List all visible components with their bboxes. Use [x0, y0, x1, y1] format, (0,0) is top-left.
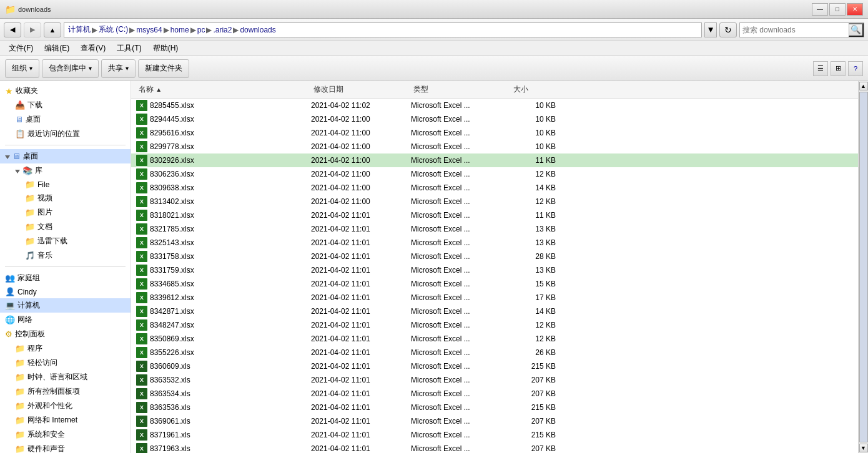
new-folder-button[interactable]: 新建文件夹 [138, 59, 189, 78]
sidebar-item-desktop-fav[interactable]: 🖥 桌面 [0, 112, 131, 127]
excel-icon: X [136, 278, 147, 290]
sidebar-item-programs[interactable]: 📁 程序 [0, 341, 131, 356]
sidebar-desktop-section: 🖥 桌面 📚 库 📁 File 📁 视频 📁 图片 [0, 147, 131, 265]
table-row[interactable]: X 8302926.xlsx 2021-04-02 11:00 Microsof… [131, 153, 858, 167]
col-header-date[interactable]: 修改日期 [311, 82, 411, 97]
sidebar-item-appearance[interactable]: 📁 外观和个性化 [0, 399, 131, 413]
include-library-button[interactable]: 包含到库中 ▾ [42, 59, 99, 78]
help-button[interactable]: ? [848, 61, 863, 76]
col-header-name[interactable]: 名称 ▲ [136, 82, 311, 97]
search-input[interactable] [740, 26, 849, 34]
file-type: Microsoft Excel ... [411, 252, 511, 261]
scroll-thumb[interactable] [859, 92, 868, 442]
close-button[interactable]: ✕ [847, 3, 863, 16]
table-row[interactable]: X 8371961.xls 2021-04-02 11:01 Microsoft… [131, 428, 858, 442]
forward-button[interactable]: ▶ [24, 22, 41, 37]
up-button[interactable]: ▲ [44, 22, 61, 37]
table-row[interactable]: X 8371963.xls 2021-04-02 11:01 Microsoft… [131, 442, 858, 453]
sidebar-item-computer[interactable]: 💻 计算机 [0, 298, 131, 313]
sidebar-item-cindy[interactable]: 👤 Cindy [0, 285, 131, 298]
table-row[interactable]: X 8360609.xls 2021-04-02 11:01 Microsoft… [131, 359, 858, 373]
organize-button[interactable]: 组织 ▾ [5, 59, 39, 78]
table-row[interactable]: X 8321785.xlsx 2021-04-02 11:01 Microsof… [131, 222, 858, 236]
address-part-c[interactable]: 系统 (C:) [99, 24, 128, 35]
triangle-right-icon [15, 167, 20, 175]
sidebar-item-documents[interactable]: 📁 文档 [0, 220, 131, 234]
menu-view[interactable]: 查看(V) [76, 42, 111, 55]
table-row[interactable]: X 8355226.xlsx 2021-04-02 11:01 Microsof… [131, 346, 858, 359]
table-row[interactable]: X 8313402.xlsx 2021-04-02 11:00 Microsof… [131, 195, 858, 208]
table-row[interactable]: X 8294445.xlsx 2021-04-02 11:00 Microsof… [131, 112, 858, 126]
table-row[interactable]: X 8342871.xlsx 2021-04-02 11:01 Microsof… [131, 304, 858, 318]
table-row[interactable]: X 8350869.xlsx 2021-04-02 11:01 Microsof… [131, 332, 858, 346]
col-header-size[interactable]: 大小 [511, 82, 561, 97]
sidebar-item-desktop[interactable]: 🖥 桌面 [0, 149, 131, 163]
table-row[interactable]: X 8363536.xls 2021-04-02 11:01 Microsoft… [131, 401, 858, 414]
address-field[interactable]: 计算机 ▶ 系统 (C:) ▶ msys64 ▶ home ▶ pc ▶ .ar… [64, 22, 702, 37]
table-row[interactable]: X 8348247.xlsx 2021-04-02 11:01 Microsof… [131, 318, 858, 332]
maximize-button[interactable]: □ [829, 3, 846, 16]
sidebar-item-recent[interactable]: 📋 最近访问的位置 [0, 127, 131, 141]
table-row[interactable]: X 8363532.xls 2021-04-02 11:01 Microsoft… [131, 373, 858, 387]
sidebar-item-accessibility[interactable]: 📁 轻松访问 [0, 356, 131, 370]
sidebar-file-label: File [37, 180, 126, 189]
sidebar-item-library[interactable]: 📚 库 [0, 163, 131, 178]
sidebar-item-system-security[interactable]: 📁 系统和安全 [0, 427, 131, 442]
sidebar-item-file[interactable]: 📁 File [0, 178, 131, 191]
sidebar-item-control-panel[interactable]: ⚙ 控制面板 [0, 327, 131, 341]
minimize-button[interactable]: — [812, 3, 828, 16]
sidebar-xunlei-label: 迅雷下载 [37, 236, 126, 246]
file-date: 2021-04-02 11:00 [311, 156, 411, 165]
sidebar-item-hardware[interactable]: 📁 硬件和声音 [0, 442, 131, 453]
table-row[interactable]: X 8306236.xlsx 2021-04-02 11:00 Microsof… [131, 167, 858, 181]
scroll-up-button[interactable]: ▲ [859, 82, 868, 90]
table-row[interactable]: X 8295616.xlsx 2021-04-02 11:00 Microsof… [131, 126, 858, 140]
table-row[interactable]: X 8285455.xlsx 2021-04-02 11:02 Microsof… [131, 99, 858, 112]
menu-tools[interactable]: 工具(T) [112, 42, 146, 55]
address-part-aria2[interactable]: .aria2 [213, 26, 232, 34]
sidebar-item-downloads[interactable]: 📥 下载 [0, 98, 131, 112]
table-row[interactable]: X 8334685.xlsx 2021-04-02 11:01 Microsof… [131, 277, 858, 291]
sidebar-item-video[interactable]: 📁 视频 [0, 191, 131, 205]
share-button[interactable]: 共享 ▾ [101, 59, 136, 78]
menu-help[interactable]: 帮助(H) [148, 42, 184, 55]
scroll-down-button[interactable]: ▼ [859, 444, 868, 452]
table-row[interactable]: X 8318021.xlsx 2021-04-02 11:01 Microsof… [131, 208, 858, 222]
sidebar-item-network[interactable]: 🌐 网络 [0, 313, 131, 327]
sidebar-desktop-fav-label: 桌面 [26, 114, 126, 125]
address-part-downloads[interactable]: downloads [240, 26, 275, 34]
table-row[interactable]: X 8325143.xlsx 2021-04-02 11:01 Microsof… [131, 236, 858, 250]
address-part-home[interactable]: home [170, 26, 189, 34]
col-header-type[interactable]: 类型 [411, 82, 511, 97]
menu-edit[interactable]: 编辑(E) [39, 42, 74, 55]
table-row[interactable]: X 8331758.xlsx 2021-04-02 11:01 Microsof… [131, 250, 858, 263]
address-part-pc[interactable]: pc [197, 26, 205, 34]
sidebar-item-all-control[interactable]: 📁 所有控制面板项 [0, 384, 131, 399]
address-part-computer[interactable]: 计算机 [68, 24, 91, 35]
table-row[interactable]: X 8339612.xlsx 2021-04-02 11:01 Microsof… [131, 291, 858, 304]
table-row[interactable]: X 8369061.xls 2021-04-02 11:01 Microsoft… [131, 414, 858, 428]
vertical-scrollbar[interactable]: ▲ ▼ [858, 81, 868, 453]
back-button[interactable]: ◀ [4, 22, 21, 37]
view-details-button[interactable]: ☰ [813, 61, 828, 76]
sidebar-item-network-internet[interactable]: 📁 网络和 Internet [0, 413, 131, 427]
search-submit-button[interactable]: 🔍 [849, 23, 864, 37]
file-date: 2021-04-02 11:01 [311, 238, 411, 247]
address-dropdown-button[interactable]: ▼ [704, 22, 717, 37]
file-date: 2021-04-02 11:01 [311, 376, 411, 384]
table-row[interactable]: X 8331759.xlsx 2021-04-02 11:01 Microsof… [131, 263, 858, 277]
file-name: 8299778.xlsx [150, 142, 194, 151]
menu-file[interactable]: 文件(F) [4, 42, 38, 55]
sidebar-item-xunlei[interactable]: 📁 迅雷下载 [0, 234, 131, 248]
sidebar-item-pictures[interactable]: 📁 图片 [0, 205, 131, 220]
sidebar-item-favorites[interactable]: ★ 收藏夹 [0, 84, 131, 98]
sidebar-item-clock[interactable]: 📁 时钟、语言和区域 [0, 370, 131, 384]
table-row[interactable]: X 8309638.xlsx 2021-04-02 11:00 Microsof… [131, 181, 858, 195]
refresh-button[interactable]: ↻ [719, 22, 737, 37]
table-row[interactable]: X 8299778.xlsx 2021-04-02 11:00 Microsof… [131, 140, 858, 153]
table-row[interactable]: X 8363534.xls 2021-04-02 11:01 Microsoft… [131, 387, 858, 401]
sidebar-item-music[interactable]: 🎵 音乐 [0, 248, 131, 263]
view-options-button[interactable]: ⊞ [831, 61, 846, 76]
sidebar-item-homegroup[interactable]: 👥 家庭组 [0, 271, 131, 285]
address-part-msys64[interactable]: msys64 [136, 26, 162, 34]
